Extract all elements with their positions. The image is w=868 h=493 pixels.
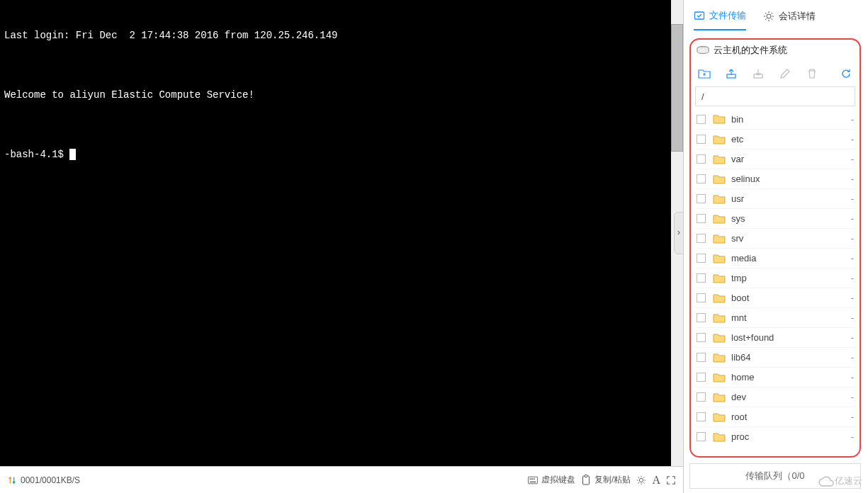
up-down-arrows-icon — [7, 475, 17, 485]
terminal-prompt: -bash-4.1$ — [4, 149, 69, 160]
file-panel: 云主机的文件系统 — [689, 38, 861, 458]
file-name: var — [731, 154, 844, 164]
file-row[interactable]: srv- — [695, 228, 855, 248]
file-row[interactable]: lib64- — [695, 347, 855, 367]
file-size: - — [851, 273, 854, 283]
font-size-button[interactable]: A — [652, 474, 660, 487]
file-name: etc — [731, 134, 844, 144]
svg-rect-3 — [531, 478, 533, 480]
file-checkbox[interactable] — [697, 333, 706, 342]
chevron-right-icon: › — [676, 227, 682, 239]
file-checkbox[interactable] — [697, 194, 706, 203]
folder-icon — [713, 214, 724, 224]
refresh-button[interactable] — [840, 67, 852, 80]
cursor-icon — [69, 149, 76, 160]
file-row[interactable]: boot- — [695, 288, 855, 307]
tab-session-details[interactable]: 会话详情 — [763, 3, 816, 30]
cloud-icon — [818, 476, 832, 486]
file-row[interactable]: proc- — [695, 426, 855, 446]
file-checkbox[interactable] — [697, 174, 706, 183]
watermark: 亿速云 — [818, 475, 862, 487]
file-row[interactable]: tmp- — [695, 268, 855, 288]
file-row[interactable]: selinux- — [695, 169, 855, 188]
file-size: - — [851, 312, 854, 323]
svg-point-9 — [767, 14, 771, 18]
file-name: lost+found — [731, 332, 844, 343]
file-checkbox[interactable] — [697, 115, 706, 124]
file-row[interactable]: dev- — [695, 387, 855, 407]
file-checkbox[interactable] — [697, 135, 706, 144]
svg-rect-0 — [529, 477, 538, 484]
file-toolbar — [691, 61, 859, 86]
file-checkbox[interactable] — [697, 273, 706, 283]
folder-icon — [713, 432, 724, 442]
panel-tabs: 文件传输 会话详情 — [684, 0, 868, 33]
virtual-keyboard-button[interactable]: 虚拟键盘 — [528, 474, 575, 486]
svg-rect-1 — [530, 481, 536, 482]
file-size: - — [851, 154, 854, 164]
file-checkbox[interactable] — [697, 392, 706, 402]
copy-paste-label: 复制/粘贴 — [594, 474, 631, 486]
file-row[interactable]: etc- — [695, 129, 855, 149]
svg-point-7 — [640, 478, 643, 482]
edit-button[interactable] — [779, 67, 791, 80]
copy-paste-button[interactable]: 复制/粘贴 — [581, 474, 631, 486]
file-checkbox[interactable] — [697, 234, 706, 243]
upload-button[interactable] — [725, 67, 738, 80]
file-name: bin — [731, 114, 844, 125]
path-input[interactable]: / — [695, 86, 855, 106]
file-list[interactable]: bin-etc-var-selinux-usr-sys-srv-media-tm… — [695, 109, 855, 453]
file-size: - — [851, 233, 854, 244]
file-row[interactable]: var- — [695, 149, 855, 169]
panel-collapse-handle[interactable]: › — [674, 212, 683, 254]
gear-icon — [763, 11, 774, 22]
fullscreen-button[interactable] — [666, 475, 676, 485]
terminal-prompt-line: -bash-4.1$ — [4, 149, 679, 161]
tab-file-transfer[interactable]: 文件传输 — [694, 2, 746, 30]
file-checkbox[interactable] — [697, 353, 706, 362]
file-size: - — [851, 412, 854, 422]
svg-rect-8 — [695, 12, 704, 19]
svg-rect-2 — [530, 478, 531, 480]
download-button[interactable] — [752, 67, 765, 80]
file-checkbox[interactable] — [697, 293, 706, 302]
file-row[interactable]: root- — [695, 407, 855, 426]
file-size: - — [851, 293, 854, 303]
scrollbar-thumb[interactable] — [671, 24, 683, 152]
file-checkbox[interactable] — [697, 412, 706, 421]
file-checkbox[interactable] — [697, 432, 706, 441]
disk-icon — [697, 46, 708, 55]
panel-title: 云主机的文件系统 — [714, 44, 787, 57]
settings-button[interactable] — [636, 475, 646, 485]
file-checkbox[interactable] — [697, 154, 706, 164]
folder-icon — [713, 313, 724, 323]
file-checkbox[interactable] — [697, 214, 706, 223]
terminal[interactable]: Last login: Fri Dec 2 17:44:38 2016 from… — [0, 0, 683, 466]
file-row[interactable]: sys- — [695, 208, 855, 228]
file-row[interactable]: media- — [695, 248, 855, 268]
file-checkbox[interactable] — [697, 313, 706, 322]
file-row[interactable]: lost+found- — [695, 327, 855, 347]
delete-button[interactable] — [806, 67, 818, 80]
file-row[interactable]: mnt- — [695, 307, 855, 327]
folder-icon — [713, 254, 724, 264]
folder-icon — [713, 333, 724, 343]
new-folder-button[interactable] — [698, 67, 711, 80]
transfer-speed-indicator: 0001/0001KB/S — [7, 475, 80, 485]
file-name: media — [731, 253, 844, 264]
file-name: proc — [731, 431, 844, 442]
file-size: - — [851, 392, 854, 402]
file-name: sys — [731, 213, 844, 224]
file-checkbox[interactable] — [697, 373, 706, 382]
file-name: usr — [731, 193, 844, 204]
file-row[interactable]: usr- — [695, 188, 855, 208]
file-checkbox[interactable] — [697, 254, 706, 263]
file-size: - — [851, 134, 854, 144]
svg-rect-4 — [534, 478, 535, 480]
statusbar: 0001/0001KB/S 虚拟键盘 复制/粘贴 A — [0, 466, 683, 493]
gear-icon — [636, 475, 646, 485]
terminal-line: Welcome to aliyun Elastic Compute Servic… — [4, 89, 679, 101]
file-row[interactable]: home- — [695, 367, 855, 387]
left-pane: Last login: Fri Dec 2 17:44:38 2016 from… — [0, 0, 684, 493]
file-row[interactable]: bin- — [695, 109, 855, 129]
